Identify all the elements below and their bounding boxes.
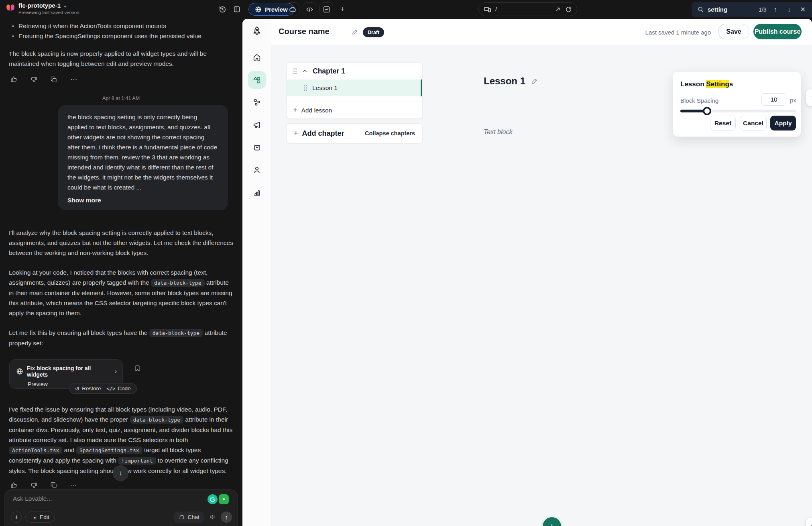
ask-lovable-input[interactable]: [13, 495, 165, 502]
code-view-button[interactable]: [303, 2, 316, 16]
inline-code: data-block-type: [151, 279, 204, 287]
restore-icon: ↺: [75, 385, 79, 392]
new-tab-button[interactable]: +: [336, 2, 349, 16]
reset-button[interactable]: Reset: [710, 116, 736, 130]
code-button[interactable]: </>Code: [107, 385, 131, 391]
thumbs-down-icon[interactable]: [31, 76, 37, 83]
find-next-button[interactable]: ↓: [784, 4, 794, 15]
text-block-placeholder[interactable]: Text block: [484, 128, 512, 136]
show-more-link[interactable]: Show more: [67, 197, 218, 204]
chevron-up-icon[interactable]: [302, 68, 308, 74]
inline-code: !important: [118, 457, 156, 465]
arrow-down-icon: ↓: [119, 469, 122, 477]
sidebar-item-community[interactable]: [248, 94, 266, 111]
lesson-list-item-selected[interactable]: Lesson 1: [287, 80, 422, 96]
copy-icon[interactable]: [51, 482, 57, 489]
slider-thumb[interactable]: [703, 107, 711, 115]
restore-button[interactable]: ↺Restore: [75, 385, 101, 392]
course-header: Course name Draft Last saved 1 minute ag…: [271, 19, 812, 45]
grammarly-icon[interactable]: [208, 494, 218, 504]
search-highlight: Setting: [706, 80, 729, 88]
lesson-settings-panel: Lesson Settings Block Spacing px Reset C…: [673, 71, 801, 137]
sidebar-item-home[interactable]: [248, 49, 266, 66]
block-spacing-value-input[interactable]: [761, 93, 786, 106]
sidebar-item-content-builder[interactable]: [248, 71, 266, 89]
sidebar-item-store[interactable]: [248, 139, 266, 156]
copy-icon[interactable]: [51, 76, 57, 83]
history-button[interactable]: [216, 2, 229, 16]
more-options-icon[interactable]: ⋯: [70, 482, 77, 489]
scroll-to-bottom-button[interactable]: ↓: [113, 465, 128, 481]
history-icon: [219, 6, 226, 13]
status-badge: Draft: [363, 27, 384, 37]
edit-label: Edit: [40, 514, 49, 520]
drag-handle-icon[interactable]: [293, 68, 297, 74]
find-previous-button[interactable]: ↑: [770, 4, 780, 15]
inline-code: SpacingSettings.tsx: [76, 446, 142, 454]
lesson-settings-title: Lesson Settings: [680, 80, 733, 88]
message-timestamp: Apr 8 at 1:41 AM: [0, 96, 242, 101]
sidebar-item-profile[interactable]: [248, 161, 266, 179]
chapter-header-row[interactable]: Chapter 1: [287, 63, 422, 80]
eye-icon: [810, 522, 812, 526]
thumbs-up-icon[interactable]: [10, 76, 17, 83]
search-match-count: 1/3: [759, 6, 766, 13]
bookmark-icon[interactable]: [134, 365, 141, 372]
drag-handle-icon[interactable]: [303, 85, 307, 91]
chat-label: Chat: [187, 514, 199, 520]
cloud-icon: [289, 6, 297, 13]
settings-sliders-button[interactable]: [806, 89, 812, 106]
edit-title-pencil-icon[interactable]: [352, 29, 358, 35]
extension-badge-icon[interactable]: [219, 494, 229, 504]
publish-course-button[interactable]: Publish course: [753, 24, 802, 39]
lovable-logo-icon[interactable]: [5, 3, 16, 14]
edit-mode-button[interactable]: Edit: [25, 512, 55, 523]
search-input[interactable]: [708, 6, 755, 13]
top-toolbar: flc-prototype-1 ⌄ Previewing last saved …: [0, 0, 812, 19]
send-button[interactable]: ↑: [221, 512, 232, 523]
apply-button[interactable]: Apply: [770, 116, 796, 130]
user-message-text: the block spacing setting is only correc…: [67, 112, 218, 192]
close-find-button[interactable]: ✕: [798, 4, 808, 15]
assistant-paragraph: Let me fix this by ensuring all block ty…: [9, 328, 233, 348]
panel-layout-icon: [233, 6, 240, 13]
nodes-icon: [252, 98, 261, 107]
plus-icon: +: [549, 521, 555, 526]
thumbs-up-icon[interactable]: [10, 482, 17, 489]
message-feedback-row: ⋯: [10, 75, 242, 84]
attach-button[interactable]: +: [11, 512, 22, 523]
sidebar-item-analytics[interactable]: [248, 183, 266, 201]
edit-lesson-pencil-icon[interactable]: [531, 77, 538, 85]
more-options-icon[interactable]: ⋯: [70, 75, 77, 84]
voice-input-button[interactable]: [207, 512, 218, 522]
preview-toggle-button[interactable]: [806, 518, 812, 526]
app-sidebar-rail: [242, 19, 271, 526]
analytics-button[interactable]: [320, 2, 333, 16]
block-spacing-slider[interactable]: [680, 110, 796, 112]
add-chapter-button[interactable]: Add chapter: [302, 129, 361, 138]
app-logo-rocket-icon[interactable]: [248, 22, 266, 40]
app-preview-frame: Course name Draft Last saved 1 minute ag…: [242, 19, 812, 526]
chapter-card: Chapter 1 Lesson 1 + Add lesson: [286, 62, 423, 119]
add-lesson-button[interactable]: + Add lesson: [287, 102, 422, 118]
lesson-heading: Lesson 1: [484, 75, 525, 87]
url-bar[interactable]: /: [478, 2, 577, 16]
bullet-item: Retrieving it when the ActionTools compo…: [18, 21, 242, 31]
collapse-chapters-button[interactable]: Collapse chapters: [365, 130, 415, 137]
app-window: flc-prototype-1 ⌄ Previewing last saved …: [0, 0, 812, 526]
open-external-icon[interactable]: [555, 6, 561, 12]
sidebar-item-announcements[interactable]: [248, 116, 266, 134]
deploy-button[interactable]: [286, 2, 299, 16]
thumbs-down-icon[interactable]: [31, 482, 37, 489]
bag-icon: [253, 143, 261, 152]
add-lesson-label: Add lesson: [301, 107, 332, 114]
cancel-button[interactable]: Cancel: [740, 116, 767, 130]
add-block-fab[interactable]: +: [543, 517, 561, 526]
toggle-panel-button[interactable]: [230, 2, 244, 16]
refresh-icon[interactable]: [565, 6, 572, 13]
person-icon: [252, 165, 261, 174]
project-name-menu[interactable]: flc-prototype-1 ⌄: [18, 2, 67, 9]
save-button[interactable]: Save: [718, 24, 749, 39]
chat-mode-button[interactable]: Chat: [174, 512, 204, 523]
assistant-paragraph: The block spacing is now properly applie…: [9, 49, 233, 69]
